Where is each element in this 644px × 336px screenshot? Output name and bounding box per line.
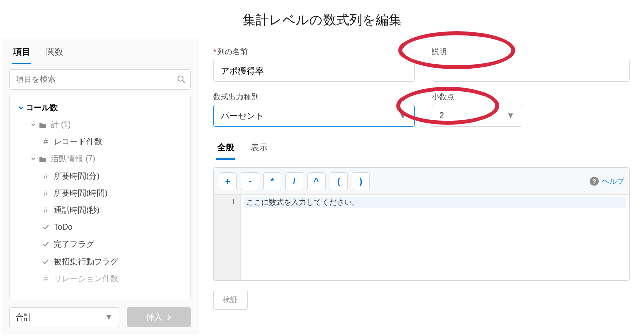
tree-group-label: 計 (1) <box>51 120 71 130</box>
tree-item-record-count[interactable]: # レコード件数 <box>12 133 188 150</box>
check-icon <box>41 258 51 265</box>
hash-icon: # <box>41 274 51 283</box>
svg-point-0 <box>178 76 183 81</box>
code-placeholder: ここに数式を入力してください。 <box>244 197 626 208</box>
tree-root[interactable]: コール数 <box>12 99 188 116</box>
tree-item[interactable]: ToDo <box>12 219 188 236</box>
formula-editor: + - * / ^ ( ) ? ヘルプ 1 ここに数式を入力してください。 <box>213 167 630 281</box>
decimal-label: 小数点 <box>432 92 522 102</box>
sidebar: 項目 関数 コール数 計 (1) # レコード件数 <box>2 38 199 335</box>
column-name-input[interactable] <box>213 60 415 82</box>
op-multiply-button[interactable]: * <box>263 172 281 190</box>
tree-root-label: コール数 <box>26 103 58 113</box>
svg-line-1 <box>182 80 185 83</box>
op-lparen-button[interactable]: ( <box>330 172 348 190</box>
search-wrap <box>9 69 191 90</box>
chevron-down-icon <box>29 122 38 127</box>
chevron-right-icon <box>167 314 172 320</box>
tree-item[interactable]: 完了フラグ <box>12 236 188 253</box>
column-name-label: *列の名前 <box>213 47 415 57</box>
code-gutter: 1 <box>214 195 241 280</box>
sidebar-bottom: 合計 ▼ 挿入 <box>8 300 192 335</box>
op-plus-button[interactable]: + <box>219 172 237 190</box>
tree-group-activity[interactable]: 活動情報 (7) <box>12 150 188 167</box>
editor-toolbar: + - * / ^ ( ) ? ヘルプ <box>214 168 629 195</box>
chevron-down-icon <box>29 156 38 161</box>
op-power-button[interactable]: ^ <box>307 172 326 190</box>
tree-item[interactable]: 被招集行動フラグ <box>12 253 188 270</box>
check-icon <box>41 224 51 231</box>
description-label: 説明 <box>432 47 630 57</box>
chevron-down-icon <box>17 105 26 111</box>
hash-icon: # <box>41 189 51 198</box>
output-type-label: 数式出力種別 <box>213 92 415 102</box>
op-rparen-button[interactable]: ) <box>352 172 370 190</box>
tree-item[interactable]: #通話時間(秒) <box>12 202 188 219</box>
tree-item[interactable]: #所要時間(時間) <box>12 185 188 202</box>
insert-button[interactable]: 挿入 <box>127 307 191 327</box>
field-tree: コール数 計 (1) # レコード件数 活動情報 (7) #所要時間(分) #所… <box>9 95 191 300</box>
search-input[interactable] <box>9 69 191 90</box>
validate-button[interactable]: 検証 <box>213 290 248 310</box>
output-type-select[interactable]: パーセント ▼ <box>213 105 415 127</box>
op-divide-button[interactable]: / <box>285 172 303 190</box>
tab-general[interactable]: 全般 <box>216 137 235 160</box>
caret-down-icon: ▼ <box>105 313 113 322</box>
decimal-select[interactable]: 2 ▼ <box>432 105 522 127</box>
code-area[interactable]: 1 ここに数式を入力してください。 <box>214 195 629 280</box>
folder-icon <box>38 121 48 128</box>
help-icon: ? <box>590 177 599 186</box>
tree-item[interactable]: #リレーション件数 <box>12 270 188 287</box>
page-title: 集計レベルの数式列を編集 <box>0 0 644 38</box>
tree-group-total[interactable]: 計 (1) <box>12 116 188 133</box>
folder-icon <box>38 155 48 162</box>
description-input[interactable] <box>432 60 630 82</box>
tree-item[interactable]: #所要時間(分) <box>12 167 188 185</box>
caret-down-icon: ▼ <box>506 111 515 121</box>
hash-icon: # <box>41 137 51 146</box>
sidebar-tabs: 項目 関数 <box>8 38 192 64</box>
tab-display[interactable]: 表示 <box>250 137 269 160</box>
code-lines[interactable]: ここに数式を入力してください。 <box>241 195 629 280</box>
tree-group-label: 活動情報 (7) <box>51 154 95 164</box>
tab-fields[interactable]: 項目 <box>12 41 31 64</box>
tab-functions[interactable]: 関数 <box>45 41 64 64</box>
op-minus-button[interactable]: - <box>241 172 259 190</box>
hash-icon: # <box>41 206 51 215</box>
inner-tabs: 全般 表示 <box>216 137 630 160</box>
search-icon <box>177 75 186 84</box>
aggregation-select[interactable]: 合計 ▼ <box>9 307 119 327</box>
check-icon <box>41 241 51 248</box>
help-link[interactable]: ? ヘルプ <box>590 177 624 186</box>
hash-icon: # <box>41 172 51 181</box>
panel: *列の名前 説明 数式出力種別 パーセント ▼ 小数点 2 ▼ <box>199 38 644 335</box>
caret-down-icon: ▼ <box>398 111 407 121</box>
